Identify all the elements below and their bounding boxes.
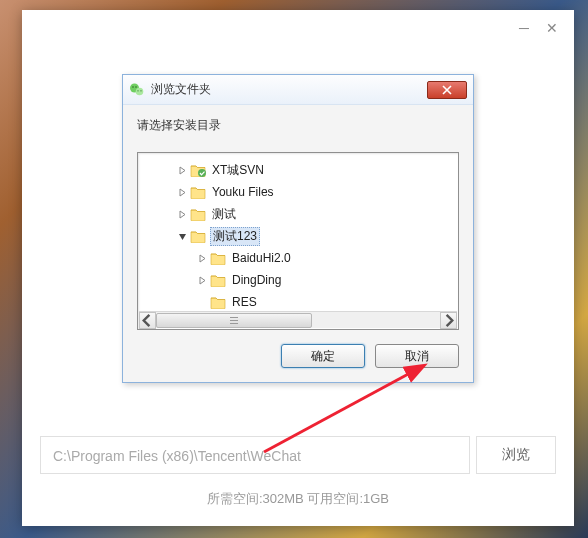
chevron-right-icon[interactable] <box>194 250 210 266</box>
tree-item-label: RES <box>230 295 259 309</box>
tree-item-label: 测试123 <box>210 227 260 246</box>
folder-icon <box>210 295 226 309</box>
chevron-right-icon[interactable] <box>194 272 210 288</box>
browse-folder-dialog: 浏览文件夹 请选择安装目录 XT城SVNYouku Files测试测试123Ba… <box>122 74 474 383</box>
svg-point-6 <box>198 169 206 177</box>
folder-icon <box>190 163 206 177</box>
browse-button[interactable]: 浏览 <box>476 436 556 474</box>
dialog-title: 浏览文件夹 <box>151 81 427 98</box>
minimize-button[interactable]: ─ <box>510 17 538 39</box>
outer-titlebar: ─ ✕ <box>22 10 574 46</box>
svg-point-3 <box>135 86 137 88</box>
tree-item-label: XT城SVN <box>210 162 266 179</box>
tree-item[interactable]: Youku Files <box>138 181 458 203</box>
chevron-right-icon[interactable] <box>174 184 190 200</box>
tree-item[interactable]: RES <box>138 291 458 313</box>
dialog-button-row: 确定 取消 <box>137 344 459 368</box>
tree-item-label: 测试 <box>210 206 238 223</box>
svg-point-2 <box>132 86 134 88</box>
dialog-prompt: 请选择安装目录 <box>137 117 459 134</box>
space-info-label: 所需空间:302MB 可用空间:1GB <box>22 490 574 508</box>
folder-tree[interactable]: XT城SVNYouku Files测试测试123BaiduHi2.0DingDi… <box>137 152 459 330</box>
svg-point-4 <box>137 90 138 91</box>
folder-icon <box>190 229 206 243</box>
scroll-track[interactable] <box>156 312 440 329</box>
chevron-right-icon[interactable] <box>174 162 190 178</box>
scroll-thumb[interactable] <box>156 313 312 328</box>
tree-item-label: Youku Files <box>210 185 276 199</box>
folder-icon <box>210 273 226 287</box>
scroll-left-button[interactable] <box>139 312 156 329</box>
installer-window: ─ ✕ C:\Program Files (x86)\Tencent\WeCha… <box>22 10 574 526</box>
chevron-down-icon[interactable] <box>174 228 190 244</box>
tree-item[interactable]: 测试123 <box>138 225 458 247</box>
svg-point-1 <box>136 87 144 95</box>
expander-spacer <box>194 294 210 310</box>
folder-icon <box>190 185 206 199</box>
tree-item-label: DingDing <box>230 273 283 287</box>
tree-item[interactable]: BaiduHi2.0 <box>138 247 458 269</box>
wechat-icon <box>129 82 145 98</box>
dialog-body: 请选择安装目录 XT城SVNYouku Files测试测试123BaiduHi2… <box>123 105 473 382</box>
tree-item[interactable]: DingDing <box>138 269 458 291</box>
close-button[interactable]: ✕ <box>538 17 566 39</box>
horizontal-scrollbar[interactable] <box>139 311 457 328</box>
chevron-right-icon[interactable] <box>174 206 190 222</box>
folder-icon <box>190 207 206 221</box>
scroll-right-button[interactable] <box>440 312 457 329</box>
ok-button[interactable]: 确定 <box>281 344 365 368</box>
tree-item-label: BaiduHi2.0 <box>230 251 293 265</box>
cancel-button[interactable]: 取消 <box>375 344 459 368</box>
install-path-input[interactable]: C:\Program Files (x86)\Tencent\WeChat <box>40 436 470 474</box>
tree-item[interactable]: 测试 <box>138 203 458 225</box>
dialog-close-button[interactable] <box>427 81 467 99</box>
svg-point-5 <box>140 90 141 91</box>
dialog-titlebar[interactable]: 浏览文件夹 <box>123 75 473 105</box>
folder-icon <box>210 251 226 265</box>
tree-item[interactable]: XT城SVN <box>138 159 458 181</box>
